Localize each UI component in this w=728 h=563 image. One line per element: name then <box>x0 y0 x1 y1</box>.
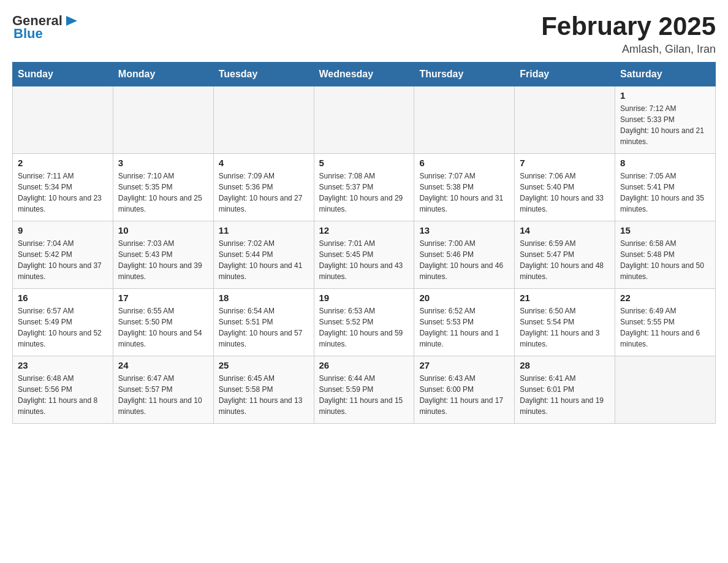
day-number: 21 <box>520 293 610 303</box>
day-number: 12 <box>319 225 409 236</box>
svg-marker-0 <box>66 16 77 26</box>
calendar-header-sunday: Sunday <box>13 63 113 86</box>
calendar-day-cell: 5Sunrise: 7:08 AMSunset: 5:37 PMDaylight… <box>314 154 414 221</box>
day-info: Sunrise: 6:45 AMSunset: 5:58 PMDaylight:… <box>219 373 309 417</box>
calendar-day-cell: 3Sunrise: 7:10 AMSunset: 5:35 PMDaylight… <box>113 154 213 221</box>
day-number: 10 <box>118 225 208 236</box>
calendar-day-cell: 20Sunrise: 6:52 AMSunset: 5:53 PMDayligh… <box>414 289 515 356</box>
calendar-day-cell: 8Sunrise: 7:05 AMSunset: 5:41 PMDaylight… <box>615 154 716 221</box>
calendar-header-monday: Monday <box>113 63 213 86</box>
day-number: 13 <box>419 225 509 236</box>
day-number: 1 <box>620 90 710 101</box>
calendar-header-row: SundayMondayTuesdayWednesdayThursdayFrid… <box>13 63 716 86</box>
calendar-day-cell: 25Sunrise: 6:45 AMSunset: 5:58 PMDayligh… <box>213 356 314 424</box>
calendar-day-cell: 9Sunrise: 7:04 AMSunset: 5:42 PMDaylight… <box>13 221 113 289</box>
day-info: Sunrise: 6:50 AMSunset: 5:54 PMDaylight:… <box>520 305 610 350</box>
calendar-day-cell: 6Sunrise: 7:07 AMSunset: 5:38 PMDaylight… <box>414 154 515 221</box>
day-info: Sunrise: 7:00 AMSunset: 5:46 PMDaylight:… <box>419 238 509 282</box>
day-info: Sunrise: 6:44 AMSunset: 5:59 PMDaylight:… <box>319 373 409 417</box>
day-number: 18 <box>219 293 309 303</box>
day-info: Sunrise: 6:58 AMSunset: 5:48 PMDaylight:… <box>620 238 710 282</box>
day-info: Sunrise: 6:55 AMSunset: 5:50 PMDaylight:… <box>118 305 208 350</box>
calendar-day-cell: 7Sunrise: 7:06 AMSunset: 5:40 PMDaylight… <box>515 154 615 221</box>
calendar-day-cell: 21Sunrise: 6:50 AMSunset: 5:54 PMDayligh… <box>515 289 615 356</box>
day-info: Sunrise: 7:03 AMSunset: 5:43 PMDaylight:… <box>118 238 208 282</box>
day-number: 3 <box>118 158 208 168</box>
day-info: Sunrise: 7:11 AMSunset: 5:34 PMDaylight:… <box>18 170 108 215</box>
calendar-day-cell: 2Sunrise: 7:11 AMSunset: 5:34 PMDaylight… <box>13 154 113 221</box>
location-title: Amlash, Gilan, Iran <box>541 43 716 56</box>
day-info: Sunrise: 6:43 AMSunset: 6:00 PMDaylight:… <box>419 373 509 417</box>
day-info: Sunrise: 7:09 AMSunset: 5:36 PMDaylight:… <box>219 170 309 215</box>
day-info: Sunrise: 7:07 AMSunset: 5:38 PMDaylight:… <box>419 170 509 215</box>
calendar-week-row: 2Sunrise: 7:11 AMSunset: 5:34 PMDaylight… <box>13 154 716 221</box>
calendar-day-cell <box>13 86 113 154</box>
day-number: 22 <box>620 293 710 303</box>
day-number: 2 <box>18 158 108 168</box>
day-number: 25 <box>219 360 309 370</box>
day-info: Sunrise: 6:52 AMSunset: 5:53 PMDaylight:… <box>419 305 509 350</box>
calendar-day-cell: 28Sunrise: 6:41 AMSunset: 6:01 PMDayligh… <box>515 356 615 424</box>
day-info: Sunrise: 7:08 AMSunset: 5:37 PMDaylight:… <box>319 170 409 215</box>
day-info: Sunrise: 7:05 AMSunset: 5:41 PMDaylight:… <box>620 170 710 215</box>
calendar-day-cell <box>213 86 314 154</box>
day-number: 8 <box>620 158 710 168</box>
day-number: 19 <box>319 293 409 303</box>
calendar-day-cell <box>113 86 213 154</box>
day-number: 14 <box>520 225 610 236</box>
calendar-day-cell: 10Sunrise: 7:03 AMSunset: 5:43 PMDayligh… <box>113 221 213 289</box>
day-number: 16 <box>18 293 108 303</box>
calendar-day-cell <box>615 356 716 424</box>
calendar-day-cell: 11Sunrise: 7:02 AMSunset: 5:44 PMDayligh… <box>213 221 314 289</box>
calendar-day-cell <box>515 86 615 154</box>
calendar-header-thursday: Thursday <box>414 63 515 86</box>
day-number: 26 <box>319 360 409 370</box>
page-header: General Blue February 2025 Amlash, Gilan… <box>12 12 716 56</box>
day-info: Sunrise: 6:59 AMSunset: 5:47 PMDaylight:… <box>520 238 610 282</box>
calendar-week-row: 23Sunrise: 6:48 AMSunset: 5:56 PMDayligh… <box>13 356 716 424</box>
day-info: Sunrise: 7:01 AMSunset: 5:45 PMDaylight:… <box>319 238 409 282</box>
calendar-week-row: 1Sunrise: 7:12 AMSunset: 5:33 PMDaylight… <box>13 86 716 154</box>
day-number: 5 <box>319 158 409 168</box>
calendar-header-wednesday: Wednesday <box>314 63 414 86</box>
calendar-week-row: 16Sunrise: 6:57 AMSunset: 5:49 PMDayligh… <box>13 289 716 356</box>
calendar-day-cell <box>414 86 515 154</box>
calendar-day-cell: 26Sunrise: 6:44 AMSunset: 5:59 PMDayligh… <box>314 356 414 424</box>
day-info: Sunrise: 7:06 AMSunset: 5:40 PMDaylight:… <box>520 170 610 215</box>
day-number: 7 <box>520 158 610 168</box>
calendar-day-cell: 1Sunrise: 7:12 AMSunset: 5:33 PMDaylight… <box>615 86 716 154</box>
day-info: Sunrise: 7:02 AMSunset: 5:44 PMDaylight:… <box>219 238 309 282</box>
calendar-day-cell: 17Sunrise: 6:55 AMSunset: 5:50 PMDayligh… <box>113 289 213 356</box>
day-number: 11 <box>219 225 309 236</box>
day-number: 24 <box>118 360 208 370</box>
month-title: February 2025 <box>541 12 716 40</box>
day-info: Sunrise: 6:47 AMSunset: 5:57 PMDaylight:… <box>118 373 208 417</box>
calendar-day-cell: 12Sunrise: 7:01 AMSunset: 5:45 PMDayligh… <box>314 221 414 289</box>
calendar-week-row: 9Sunrise: 7:04 AMSunset: 5:42 PMDaylight… <box>13 221 716 289</box>
day-number: 15 <box>620 225 710 236</box>
day-info: Sunrise: 7:12 AMSunset: 5:33 PMDaylight:… <box>620 103 710 147</box>
day-info: Sunrise: 6:54 AMSunset: 5:51 PMDaylight:… <box>219 305 309 350</box>
day-number: 23 <box>18 360 108 370</box>
calendar-day-cell: 19Sunrise: 6:53 AMSunset: 5:52 PMDayligh… <box>314 289 414 356</box>
calendar-day-cell: 22Sunrise: 6:49 AMSunset: 5:55 PMDayligh… <box>615 289 716 356</box>
day-info: Sunrise: 7:04 AMSunset: 5:42 PMDaylight:… <box>18 238 108 282</box>
calendar-day-cell <box>314 86 414 154</box>
logo: General Blue <box>12 12 81 42</box>
day-number: 28 <box>520 360 610 370</box>
day-number: 27 <box>419 360 509 370</box>
calendar-table: SundayMondayTuesdayWednesdayThursdayFrid… <box>12 62 716 424</box>
calendar-day-cell: 18Sunrise: 6:54 AMSunset: 5:51 PMDayligh… <box>213 289 314 356</box>
calendar-day-cell: 15Sunrise: 6:58 AMSunset: 5:48 PMDayligh… <box>615 221 716 289</box>
logo-blue-text: Blue <box>13 26 43 42</box>
day-number: 20 <box>419 293 509 303</box>
calendar-day-cell: 27Sunrise: 6:43 AMSunset: 6:00 PMDayligh… <box>414 356 515 424</box>
day-info: Sunrise: 6:48 AMSunset: 5:56 PMDaylight:… <box>18 373 108 417</box>
calendar-day-cell: 13Sunrise: 7:00 AMSunset: 5:46 PMDayligh… <box>414 221 515 289</box>
day-info: Sunrise: 6:57 AMSunset: 5:49 PMDaylight:… <box>18 305 108 350</box>
day-info: Sunrise: 6:49 AMSunset: 5:55 PMDaylight:… <box>620 305 710 350</box>
calendar-day-cell: 16Sunrise: 6:57 AMSunset: 5:49 PMDayligh… <box>13 289 113 356</box>
title-block: February 2025 Amlash, Gilan, Iran <box>541 12 716 56</box>
calendar-header-friday: Friday <box>515 63 615 86</box>
calendar-day-cell: 24Sunrise: 6:47 AMSunset: 5:57 PMDayligh… <box>113 356 213 424</box>
